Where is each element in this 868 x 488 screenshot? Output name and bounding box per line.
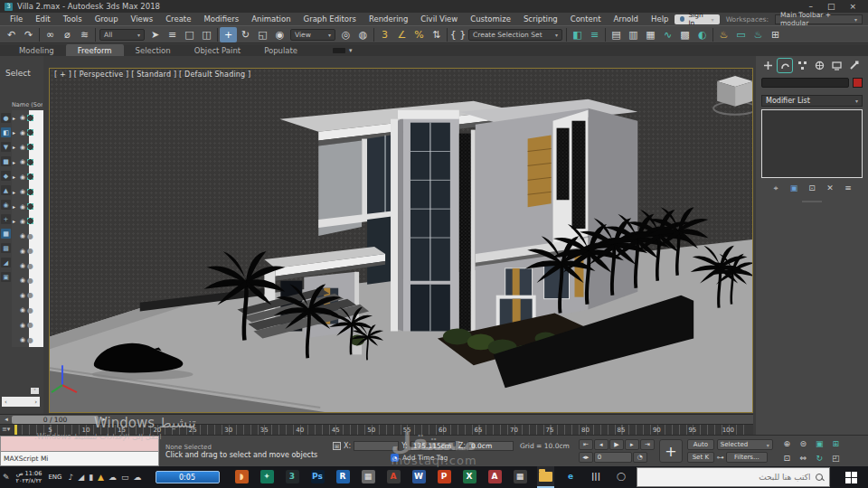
explorer-tool-icon[interactable]: ▲ [1, 185, 11, 195]
taskbar-task-view-app[interactable]: ||| [588, 466, 605, 488]
taskbar-3ds-max-app[interactable]: 3 [284, 466, 301, 488]
drive-icon[interactable]: ▲ [98, 473, 104, 482]
pen-icon[interactable]: ✎ [3, 473, 10, 482]
taskbar-collage-app[interactable]: ▦ [360, 466, 377, 488]
scene-object-row[interactable]: ◉● [12, 244, 43, 258]
cloud-icon[interactable]: ☁ [134, 473, 142, 482]
key-mode-toggle[interactable]: ◂▸ [579, 452, 593, 463]
menu-modifiers[interactable]: Modifiers [197, 14, 245, 23]
reference-coordinate-system-dropdown[interactable]: View▾ [290, 29, 335, 41]
scene-object-row[interactable]: ▸◉ [12, 199, 43, 213]
menu-rendering[interactable]: Rendering [363, 14, 414, 23]
explorer-tool-icon[interactable]: ▩ [1, 243, 11, 253]
next-frame-button[interactable]: ▸ [625, 439, 639, 450]
next-frame-icon[interactable]: ▸ [99, 416, 108, 423]
unlink-selection-button[interactable]: ⌀ [59, 27, 76, 42]
taskbar-word-app[interactable]: W [410, 466, 428, 488]
taskbar-powerpoint-app[interactable]: P [436, 466, 453, 488]
show-end-result-button[interactable]: ▣ [788, 183, 800, 193]
maximize-button[interactable]: □ [827, 2, 835, 11]
track-bar[interactable]: ≡▾ 5101520253035404550556065707580859095… [0, 424, 753, 435]
taskbar-access-app[interactable]: A [486, 466, 504, 488]
menu-file[interactable]: File [4, 14, 29, 23]
ribbon-tab-modeling[interactable]: Modeling [7, 44, 66, 56]
modifier-list-dropdown[interactable]: Modifier List▾ [761, 95, 863, 107]
percent-snap-toggle-button[interactable]: % [410, 27, 428, 42]
explorer-tool-icon[interactable]: ● [1, 113, 11, 123]
time-configuration-button[interactable]: ◔ [633, 452, 647, 463]
zoom-extents-all-button[interactable]: ⊞ [828, 437, 844, 451]
menu-arnold[interactable]: Arnold [608, 14, 646, 23]
close-button[interactable]: × [849, 2, 856, 11]
ribbon-tab-object-paint[interactable]: Object Paint [183, 44, 252, 56]
configure-modifier-sets-button[interactable]: ≡ [843, 183, 854, 193]
absolute-mode-icon[interactable]: ⊞ [333, 442, 341, 450]
taskbar-clock[interactable]: 11:06 ص ٢٠٢٣/٨/٢٢ [16, 470, 42, 484]
material-editor-button[interactable]: ◐ [693, 27, 711, 42]
scene-object-row[interactable]: ▸◉ [12, 184, 43, 199]
onedrive-icon[interactable]: ☁ [108, 473, 117, 482]
scene-object-row[interactable]: ▸◉ [12, 214, 43, 229]
ribbon-tab-populate[interactable]: Populate [252, 44, 309, 56]
zoom-region-button[interactable]: ⊡ [779, 452, 795, 465]
menu-graph-editors[interactable]: Graph Editors [297, 14, 363, 23]
explorer-h-scrollbar[interactable]: ‹ › [2, 397, 40, 407]
taskbar-revit-app[interactable]: R [335, 466, 352, 488]
scroll-left-icon[interactable]: ‹ [5, 399, 7, 406]
taskbar-autocad-app[interactable]: A [385, 466, 402, 488]
key-scope-dropdown[interactable]: Selected▾ [717, 439, 773, 450]
toggle-scene-explorer-button[interactable]: ▤ [608, 27, 625, 42]
y-coordinate-field[interactable] [410, 441, 456, 451]
taskbar-calculator-app[interactable]: ▦ [512, 466, 529, 488]
listener-line[interactable]: MAXScript Mi [0, 452, 159, 467]
previous-frame-button[interactable]: ◂ [594, 439, 609, 450]
scroll-down-icon[interactable]: ˅ [31, 388, 39, 394]
select-object-button[interactable]: ➤ [146, 27, 164, 42]
make-unique-button[interactable]: ⊡ [807, 183, 818, 193]
rectangular-selection-region-button[interactable]: □ [181, 27, 198, 42]
viewport-label[interactable]: [ + ] [ Perspective ] [ Standard ] [ Def… [54, 70, 250, 79]
auto-key-button[interactable]: Auto [687, 439, 714, 450]
set-key-button[interactable]: Set K [687, 452, 714, 463]
scene-object-row[interactable]: ▸◉ [12, 140, 43, 155]
macro-recorder-line[interactable] [0, 436, 159, 452]
set-keys-button[interactable]: + [659, 439, 683, 463]
menu-create[interactable]: Create [159, 14, 197, 23]
spinner-snap-toggle-button[interactable]: ⇅ [428, 27, 445, 42]
start-button[interactable] [836, 466, 865, 488]
menu-help[interactable]: Help [645, 14, 675, 23]
ribbon-tab-freeform[interactable]: Freeform [66, 44, 124, 56]
ribbon-minimize-button[interactable]: ▾ [333, 44, 353, 56]
key-filters-button[interactable]: Filters... [726, 452, 768, 463]
zoom-extents-button[interactable]: ▣ [812, 437, 827, 451]
selection-filter-dropdown[interactable]: All▾ [99, 29, 145, 41]
taskbar-search[interactable] [637, 467, 831, 487]
display-tab[interactable] [829, 59, 844, 72]
use-pivot-point-center-button[interactable]: ◎ [337, 27, 354, 42]
volume-icon[interactable]: ♪ [68, 473, 73, 482]
select-and-move-button[interactable]: + [220, 27, 237, 42]
scroll-right-icon[interactable]: › [34, 399, 37, 406]
select-and-place-button[interactable]: ◉ [271, 27, 288, 42]
name-column-header[interactable]: Name (Sor [12, 101, 42, 108]
edit-named-selection-sets-button[interactable]: { } [449, 27, 467, 42]
scene-object-row[interactable]: ▸◉ [12, 170, 43, 184]
scene-object-row[interactable]: ◉● [12, 303, 43, 317]
menu-civil-view[interactable]: Civil View [414, 14, 464, 23]
mirror-button[interactable]: ◧ [569, 27, 586, 42]
minimize-button[interactable]: – [808, 2, 813, 11]
rendered-frame-window-button[interactable]: ▭ [732, 27, 750, 42]
scene-object-row[interactable]: ▸◉ [12, 110, 43, 125]
select-and-link-button[interactable]: ∞ [42, 27, 59, 42]
go-to-end-button[interactable]: ⇥ [640, 439, 655, 450]
explorer-tool-icon[interactable]: ■ [1, 156, 11, 166]
perspective-viewport[interactable]: [ + ] [ Perspective ] [ Standard ] [ Def… [49, 68, 753, 413]
taskbar-media-app[interactable]: ◗ [233, 466, 250, 488]
scene-object-row[interactable]: ▸◉ [12, 125, 43, 139]
named-selection-sets-dropdown[interactable]: Create Selection Set▾ [468, 29, 562, 41]
workspace-selector[interactable]: Main Toolbar + modular▾ [775, 14, 863, 24]
remove-modifier-button[interactable]: ✕ [825, 183, 836, 193]
scene-object-row[interactable]: ▸◉ [12, 155, 43, 169]
render-presets-button[interactable]: ⊞ [767, 27, 784, 42]
modifier-stack[interactable] [761, 109, 863, 178]
